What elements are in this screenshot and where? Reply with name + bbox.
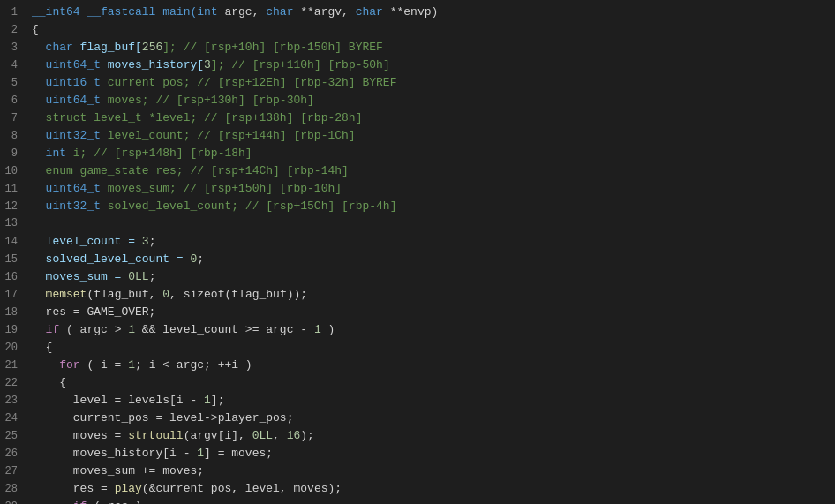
code-line: 15 solved_level_count = 0;: [0, 251, 835, 268]
code-line: 13: [0, 215, 835, 233]
code-line: 9 int i; // [rsp+148h] [rbp-18h]: [0, 145, 835, 162]
code-line: 7 struct level_t *level; // [rsp+138h] […: [0, 109, 835, 127]
line-code: {: [28, 21, 835, 39]
line-code: uint64_t moves_history[3]; // [rsp+110h]…: [28, 56, 835, 74]
line-number: 2: [0, 22, 28, 38]
line-number: 20: [0, 340, 28, 356]
code-container: 1__int64 __fastcall main(int argc, char …: [0, 0, 835, 504]
code-line: 28 res = play(&current_pos, level, moves…: [0, 480, 835, 498]
line-code: moves_sum = 0LL;: [28, 268, 835, 286]
line-number: 18: [0, 305, 28, 320]
line-number: 16: [0, 269, 28, 285]
code-line: 3 char flag_buf[256]; // [rsp+10h] [rbp-…: [0, 39, 835, 56]
line-code: enum game_state res; // [rsp+14Ch] [rbp-…: [28, 162, 835, 180]
line-number: 6: [0, 93, 28, 109]
code-line: 27 moves_sum += moves;: [0, 463, 835, 480]
code-line: 5 uint16_t current_pos; // [rsp+12Eh] [r…: [0, 74, 835, 92]
line-code: solved_level_count = 0;: [28, 251, 835, 268]
code-line: 8 uint32_t level_count; // [rsp+144h] [r…: [0, 127, 835, 145]
line-number: 28: [0, 481, 28, 497]
code-line: 22 {: [0, 374, 835, 392]
code-line: 19 if ( argc > 1 && level_count >= argc …: [0, 321, 835, 339]
code-line: 26 moves_history[i - 1] = moves;: [0, 445, 835, 463]
line-code: moves_sum += moves;: [28, 463, 835, 480]
line-number: 15: [0, 252, 28, 267]
line-number: 21: [0, 357, 28, 373]
line-number: 5: [0, 75, 28, 91]
line-code: {: [28, 339, 835, 357]
line-code: level_count = 3;: [28, 233, 835, 251]
line-number: 22: [0, 375, 28, 391]
line-code: uint32_t level_count; // [rsp+144h] [rbp…: [28, 127, 835, 145]
line-number: 14: [0, 234, 28, 250]
line-code: for ( i = 1; i < argc; ++i ): [28, 357, 835, 374]
line-code: {: [28, 374, 835, 392]
line-code: uint32_t solved_level_count; // [rsp+15C…: [28, 198, 835, 215]
line-number: 27: [0, 463, 28, 479]
line-code: moves = strtoull(argv[i], 0LL, 16);: [28, 427, 835, 445]
line-number: 9: [0, 146, 28, 162]
line-code: struct level_t *level; // [rsp+138h] [rb…: [28, 109, 835, 127]
line-code: uint64_t moves; // [rsp+130h] [rbp-30h]: [28, 92, 835, 109]
line-number: 23: [0, 393, 28, 409]
code-line: 20 {: [0, 339, 835, 357]
line-number: 11: [0, 181, 28, 197]
line-number: 19: [0, 322, 28, 338]
line-code: current_pos = level->player_pos;: [28, 410, 835, 427]
line-number: 3: [0, 40, 28, 56]
line-code: uint16_t current_pos; // [rsp+12Eh] [rbp…: [28, 74, 835, 92]
line-code: res = GAME_OVER;: [28, 304, 835, 321]
line-number: 8: [0, 128, 28, 144]
line-code: if ( res ): [28, 498, 835, 504]
code-line: 4 uint64_t moves_history[3]; // [rsp+110…: [0, 56, 835, 74]
line-code: __int64 __fastcall main(int argc, char *…: [28, 4, 835, 21]
line-number: 4: [0, 57, 28, 73]
line-number: 17: [0, 287, 28, 303]
line-number: 25: [0, 428, 28, 444]
code-line: 16 moves_sum = 0LL;: [0, 268, 835, 286]
code-line: 10 enum game_state res; // [rsp+14Ch] [r…: [0, 162, 835, 180]
line-code: moves_history[i - 1] = moves;: [28, 445, 835, 463]
line-number: 24: [0, 410, 28, 426]
line-number: 1: [0, 4, 28, 20]
code-line: 23 level = levels[i - 1];: [0, 392, 835, 410]
line-number: 7: [0, 110, 28, 126]
code-line: 12 uint32_t solved_level_count; // [rsp+…: [0, 198, 835, 215]
code-line: 24 current_pos = level->player_pos;: [0, 410, 835, 427]
line-number: 26: [0, 446, 28, 462]
line-code: memset(flag_buf, 0, sizeof(flag_buf));: [28, 286, 835, 304]
code-line: 21 for ( i = 1; i < argc; ++i ): [0, 357, 835, 374]
code-line: 17 memset(flag_buf, 0, sizeof(flag_buf))…: [0, 286, 835, 304]
code-line: 29 if ( res ): [0, 498, 835, 504]
line-number: 12: [0, 199, 28, 214]
code-line: 2{: [0, 21, 835, 39]
line-code: res = play(&current_pos, level, moves);: [28, 480, 835, 498]
code-line: 25 moves = strtoull(argv[i], 0LL, 16);: [0, 427, 835, 445]
code-line: 6 uint64_t moves; // [rsp+130h] [rbp-30h…: [0, 92, 835, 109]
line-number: 29: [0, 499, 28, 504]
line-code: char flag_buf[256]; // [rsp+10h] [rbp-15…: [28, 39, 835, 56]
line-code: level = levels[i - 1];: [28, 392, 835, 410]
line-code: if ( argc > 1 && level_count >= argc - 1…: [28, 321, 835, 339]
line-code: int i; // [rsp+148h] [rbp-18h]: [28, 145, 835, 162]
code-line: 1__int64 __fastcall main(int argc, char …: [0, 4, 835, 21]
code-line: 14 level_count = 3;: [0, 233, 835, 251]
code-line: 18 res = GAME_OVER;: [0, 304, 835, 321]
code-line: 11 uint64_t moves_sum; // [rsp+150h] [rb…: [0, 180, 835, 198]
line-number: 10: [0, 163, 28, 179]
line-code: uint64_t moves_sum; // [rsp+150h] [rbp-1…: [28, 180, 835, 198]
line-number: 13: [0, 215, 28, 231]
